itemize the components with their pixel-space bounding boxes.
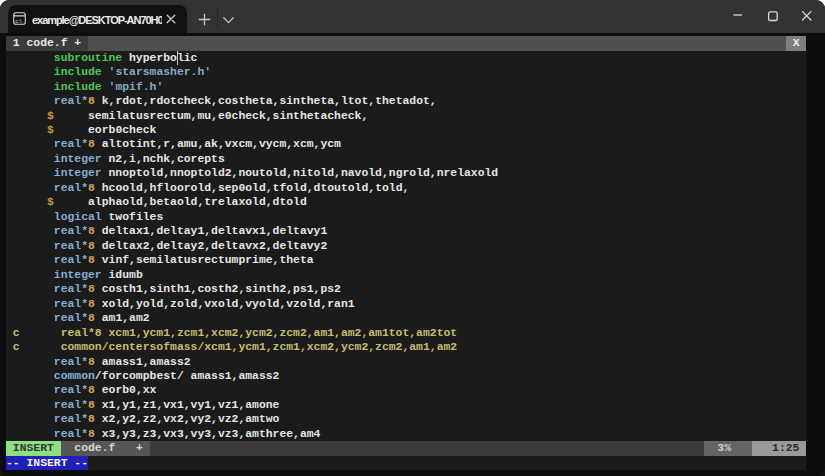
svg-text:c:\: c:\ bbox=[15, 17, 22, 24]
